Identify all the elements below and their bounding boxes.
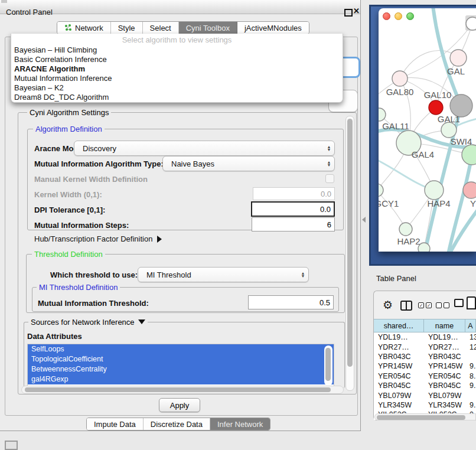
settings-vscrollbar-thumb[interactable] [347, 119, 353, 367]
gear-icon[interactable]: ⚙ [383, 298, 393, 312]
dropdown-item[interactable]: Bayesian – K2 [11, 83, 343, 93]
network-node-hap4[interactable] [425, 181, 444, 200]
tab-style[interactable]: Style [111, 22, 143, 34]
table-hscrollbar-track[interactable] [374, 413, 476, 420]
splitter-collapse-icon[interactable] [362, 217, 366, 223]
table-panel-title: Table Panel [376, 274, 416, 283]
hub-factor-expander[interactable]: Hub/Transcription Factor Definition [34, 234, 162, 243]
columns-icon[interactable] [400, 301, 412, 311]
list-vscrollbar-track[interactable] [324, 345, 332, 386]
select-all-checks-icon[interactable]: ✓✓ [418, 302, 432, 308]
dropdown-item[interactable]: Dream8 DC_TDC Algorithm [11, 93, 343, 102]
tab-network[interactable]: Network [57, 22, 111, 34]
apply-button[interactable]: Apply [159, 398, 200, 412]
table-column-header[interactable]: shared… [374, 319, 424, 332]
table-row[interactable]: YBL079WYBL079W [374, 390, 476, 400]
network-node-y[interactable] [463, 182, 476, 198]
control-panel-title: Control Panel [6, 8, 53, 17]
close-panel-button[interactable]: ✕ [353, 6, 360, 15]
dropdown-item[interactable]: ARACNE Algorithm [11, 64, 343, 74]
table-row[interactable]: YBR045CYBR045C9. [374, 381, 476, 390]
attribute-list-item[interactable]: TopologicalCoefficient [28, 354, 334, 364]
settings-hscrollbar-thumb[interactable] [25, 387, 331, 392]
table-row[interactable]: YBR043CYBR043C [374, 352, 476, 361]
sources-group-title[interactable]: Sources for Network Inference [28, 318, 148, 326]
table-cell: 9. [465, 401, 476, 409]
network-edge[interactable] [379, 190, 406, 229]
network-node-hap2[interactable] [399, 223, 412, 236]
node-label: Y [470, 198, 476, 208]
docked-panel-chip[interactable] [5, 441, 18, 450]
table-row[interactable]: YDR27…YDR27…12 [374, 342, 476, 351]
tab-label: Discretize Data [151, 420, 203, 429]
algorithm-definition-title: Algorithm Definition [33, 125, 105, 133]
table-cell: YDL19… [424, 333, 465, 341]
manual-kernel-checkbox[interactable] [325, 174, 334, 183]
combo-arrows-icon: ▲▼ [298, 272, 308, 278]
node-label: GAL1 [438, 114, 460, 124]
table-hscrollbar-thumb[interactable] [377, 415, 465, 420]
network-canvas[interactable]: GALGAL80GAL10GAL1GAL11GAL4SWI4GCY1HAP4YH… [379, 8, 476, 252]
tab-select[interactable]: Select [143, 22, 179, 34]
attribute-list-item[interactable]: SelfLoops [28, 344, 334, 354]
node-label: GCY1 [379, 198, 399, 208]
settings-hscrollbar-track[interactable] [21, 386, 344, 394]
table-row[interactable]: YPR145WYPR145W9. [374, 361, 476, 371]
mi-algorithm-type-value: Naive Bayes [163, 159, 324, 168]
node-label: GAL11 [382, 121, 409, 131]
dropdown-item[interactable]: Bayesian – Hill Climbing [11, 45, 343, 55]
tab-label: jActiveMNodules [244, 24, 302, 32]
table-column-header[interactable]: name [424, 319, 465, 332]
tab-cyni-toolbox[interactable]: Cyni Toolbox [179, 22, 237, 34]
function-icon-fragment[interactable] [454, 299, 464, 307]
which-threshold-combobox[interactable]: MI Threshold ▲▼ [138, 267, 309, 282]
table-row[interactable]: YLR345WYLR345W9. [374, 400, 476, 410]
list-vscrollbar-thumb[interactable] [325, 348, 331, 381]
control-panel-tabs: NetworkStyleSelectCyni ToolboxjActiveMNo… [57, 21, 309, 34]
settings-vscrollbar-track[interactable] [345, 116, 354, 391]
network-node-gal80[interactable] [392, 71, 407, 86]
table-row[interactable]: YDL19…YDL19…13 [374, 332, 476, 342]
network-node[interactable] [466, 17, 476, 30]
table-column-header[interactable]: A [465, 319, 476, 332]
data-attributes-list: SelfLoopsTopologicalCoefficientBetweenne… [27, 344, 334, 386]
table-cell: 9. [465, 362, 476, 370]
attribute-list-item[interactable]: gal4RGexp [28, 374, 334, 384]
network-view-window[interactable]: GALGAL80GAL10GAL1GAL11GAL4SWI4GCY1HAP4YH… [379, 8, 476, 252]
tab-jactivemnodules[interactable]: jActiveMNodules [237, 22, 309, 34]
kernel-width-input[interactable]: 0.0 [253, 187, 335, 200]
mi-threshold-input[interactable]: 0.5 [248, 295, 334, 309]
tab-infer-network[interactable]: Infer Network [210, 418, 270, 430]
float-window-button[interactable] [344, 9, 353, 17]
network-node-gal[interactable] [450, 50, 467, 66]
table-doc-icon[interactable] [467, 296, 476, 309]
attribute-list-item[interactable]: BetweennessCentrality [28, 364, 334, 374]
aracne-mode-combobox[interactable]: Discovery ▲▼ [74, 141, 335, 156]
network-node-gal10[interactable] [429, 100, 443, 115]
table-cell: YBR045C [424, 381, 465, 390]
tab-label: Select [150, 24, 171, 32]
tab-label: Style [118, 24, 135, 32]
table-row[interactable]: YER054CYER054C8. [374, 371, 476, 381]
table-cell: YLR345W [424, 401, 465, 409]
dropdown-item[interactable]: Basic Correlation Inference [11, 55, 343, 64]
node-label: GAL80 [386, 87, 414, 97]
tab-discretize-data[interactable]: Discretize Data [144, 418, 210, 430]
tab-label: Network [75, 24, 103, 32]
aracne-mode-value: Discovery [74, 144, 324, 153]
node-table: shared…nameA YDL19…YDL19…13YDR27…YDR27…1… [374, 319, 476, 420]
mi-algorithm-type-combobox[interactable]: Naive Bayes ▲▼ [162, 156, 335, 171]
table-cell: YPR145W [424, 362, 465, 370]
combo-arrows-icon: ▲▼ [324, 145, 334, 151]
dropdown-item[interactable]: Mutual Information Inference [11, 74, 343, 83]
node-label: GAL4 [412, 149, 434, 159]
table-cell: YDR27… [374, 343, 424, 351]
network-node-gcy1[interactable] [379, 184, 383, 197]
table-cell: 12 [465, 343, 476, 351]
tab-impute-data[interactable]: Impute Data [87, 418, 144, 430]
mi-steps-input[interactable]: 6 [252, 217, 335, 231]
network-node-gal1[interactable] [441, 122, 457, 138]
dpi-tolerance-input[interactable]: 0.0 [251, 201, 335, 217]
table-cell: 8. [465, 372, 476, 380]
clear-checks-icon[interactable] [436, 302, 449, 308]
